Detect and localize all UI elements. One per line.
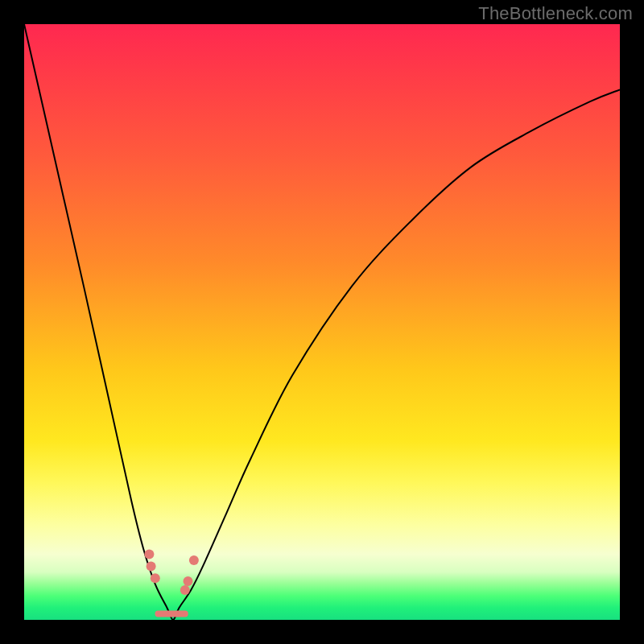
bottleneck-curve xyxy=(24,24,620,620)
marker-group xyxy=(144,550,199,595)
data-marker xyxy=(189,555,199,565)
plot-canvas xyxy=(24,24,620,620)
plot-frame xyxy=(24,24,620,620)
data-marker xyxy=(144,550,154,559)
data-marker xyxy=(147,561,156,571)
data-marker xyxy=(180,585,190,595)
data-marker xyxy=(184,576,193,586)
data-marker xyxy=(151,573,160,583)
watermark-text: TheBottleneck.com xyxy=(478,3,633,24)
